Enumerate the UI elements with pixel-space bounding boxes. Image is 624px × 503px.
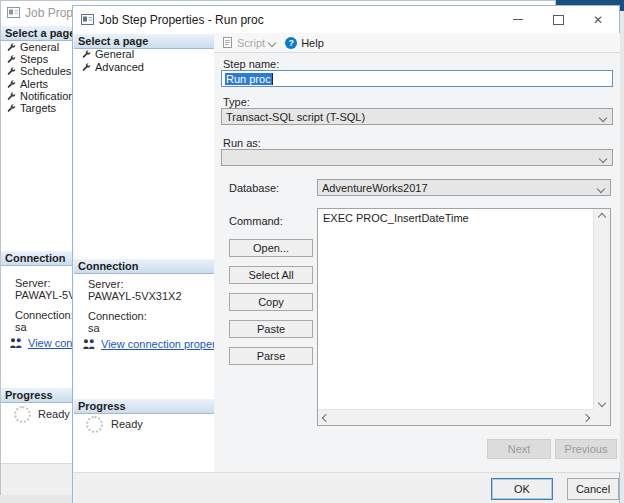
dialog-toolbar: Script ? Help xyxy=(214,33,620,53)
script-dropdown-icon[interactable] xyxy=(268,38,276,46)
maximize-icon xyxy=(553,15,564,25)
next-button[interactable]: Next xyxy=(487,439,551,459)
job-step-properties-dialog: Job Step Properties - Run proc ✕ Select … xyxy=(72,5,620,503)
dialog-title: Job Step Properties - Run proc xyxy=(99,13,264,27)
chevron-down-icon xyxy=(597,185,605,193)
bg-connection-value: sa xyxy=(15,321,27,333)
database-label: Database: xyxy=(229,182,279,194)
sidebar-item-general[interactable]: General xyxy=(80,48,134,60)
progress-spinner-icon xyxy=(14,406,31,423)
select-all-button[interactable]: Select All xyxy=(229,266,313,284)
minimize-icon xyxy=(513,19,523,20)
bg-sidebar-item-notifications[interactable]: Notifications xyxy=(5,90,80,102)
bg-sidebar-item-schedules[interactable]: Schedules xyxy=(5,65,71,77)
connection-header: Connection xyxy=(74,259,214,274)
wrench-icon xyxy=(5,42,16,53)
connection-label: Connection: xyxy=(88,310,147,322)
bg-sidebar-item-label: Schedules xyxy=(20,65,71,77)
progress-header: Progress xyxy=(74,399,214,414)
command-textarea[interactable]: EXEC PROC_InsertDateTime xyxy=(317,208,611,426)
server-value: PAWAYL-5VX31X2 xyxy=(88,290,182,302)
scrollbar-corner xyxy=(594,410,610,425)
dialog-titlebar: Job Step Properties - Run proc ✕ xyxy=(73,6,619,33)
step-name-value: Run proc xyxy=(225,73,272,85)
text-caret xyxy=(272,73,273,85)
bg-sidebar-item-general[interactable]: General xyxy=(5,41,59,53)
scroll-down-icon[interactable] xyxy=(594,395,610,410)
scroll-right-icon[interactable] xyxy=(578,410,594,425)
wrench-icon xyxy=(5,103,16,114)
run-as-label: Run as: xyxy=(223,137,261,149)
sidebar-item-advanced[interactable]: Advanced xyxy=(80,61,144,73)
cancel-button[interactable]: Cancel xyxy=(567,478,619,500)
chevron-down-icon xyxy=(599,114,607,122)
step-name-label: Step name: xyxy=(223,58,279,70)
help-button[interactable]: Help xyxy=(301,37,324,49)
bg-sidebar-item-label: General xyxy=(20,41,59,53)
open-button[interactable]: Open... xyxy=(229,239,313,257)
command-vertical-scrollbar[interactable] xyxy=(593,209,610,410)
close-icon: ✕ xyxy=(593,14,603,26)
close-button[interactable]: ✕ xyxy=(591,13,605,27)
command-value: EXEC PROC_InsertDateTime xyxy=(323,212,590,224)
scroll-up-icon[interactable] xyxy=(594,209,610,224)
script-button[interactable]: Script xyxy=(237,37,265,49)
dialog-sidebar: Select a page General Advanced Connectio… xyxy=(74,33,215,472)
progress-status: Ready xyxy=(111,418,143,430)
scroll-left-icon[interactable] xyxy=(318,410,334,425)
parse-button[interactable]: Parse xyxy=(229,347,313,365)
bg-sidebar-item-label: Targets xyxy=(20,102,56,114)
dialog-main: Script ? Help Step name: Run proc Type: … xyxy=(214,33,620,472)
people-icon xyxy=(82,338,96,350)
database-value: AdventureWorks2017 xyxy=(322,182,428,194)
bg-connection-label: Connection: xyxy=(15,309,74,321)
progress-spinner-icon xyxy=(86,416,103,433)
job-properties-app-icon xyxy=(7,7,20,18)
run-as-select[interactable] xyxy=(221,149,613,166)
sidebar-item-label: Advanced xyxy=(95,61,144,73)
help-icon: ? xyxy=(285,37,297,49)
bg-sidebar-item-label: Notifications xyxy=(20,90,80,102)
bg-sidebar-item-targets[interactable]: Targets xyxy=(5,102,56,114)
people-icon xyxy=(9,337,23,349)
connection-value: sa xyxy=(88,322,100,334)
bg-sidebar-item-alerts[interactable]: Alerts xyxy=(5,78,48,90)
wrench-icon xyxy=(80,62,91,73)
type-value: Transact-SQL script (T-SQL) xyxy=(226,111,365,123)
server-label: Server: xyxy=(88,278,123,290)
bg-sidebar-item-steps[interactable]: Steps xyxy=(5,53,48,65)
ok-button[interactable]: OK xyxy=(491,478,553,500)
previous-button[interactable]: Previous xyxy=(555,439,617,459)
chevron-down-icon xyxy=(599,155,607,163)
wrench-icon xyxy=(5,54,16,65)
screen: Job Properti Select a page General Steps… xyxy=(0,0,624,503)
command-label: Command: xyxy=(229,215,283,227)
dialog-footer: OK Cancel xyxy=(73,473,619,503)
command-horizontal-scrollbar[interactable] xyxy=(318,409,594,425)
bg-sidebar-item-label: Alerts xyxy=(20,78,48,90)
wrench-icon xyxy=(5,66,16,77)
bg-sidebar-item-label: Steps xyxy=(20,53,48,65)
job-step-properties-app-icon xyxy=(81,14,94,25)
bg-server-label: Server: xyxy=(15,277,50,289)
database-select[interactable]: AdventureWorks2017 xyxy=(317,179,611,196)
step-name-input[interactable]: Run proc xyxy=(221,70,613,87)
type-select[interactable]: Transact-SQL script (T-SQL) xyxy=(221,108,613,125)
script-icon xyxy=(222,36,233,49)
wrench-icon xyxy=(80,49,91,60)
wrench-icon xyxy=(5,79,16,90)
bg-progress-status: Ready xyxy=(38,408,70,420)
type-label: Type: xyxy=(223,96,250,108)
maximize-button[interactable] xyxy=(551,13,565,27)
sidebar-item-label: General xyxy=(95,48,134,60)
paste-button[interactable]: Paste xyxy=(229,320,313,338)
wrench-icon xyxy=(5,91,16,102)
view-connection-properties-link[interactable]: View connection properties xyxy=(82,338,233,350)
copy-button[interactable]: Copy xyxy=(229,293,313,311)
minimize-button[interactable] xyxy=(511,13,525,27)
select-a-page-header: Select a page xyxy=(74,34,214,49)
